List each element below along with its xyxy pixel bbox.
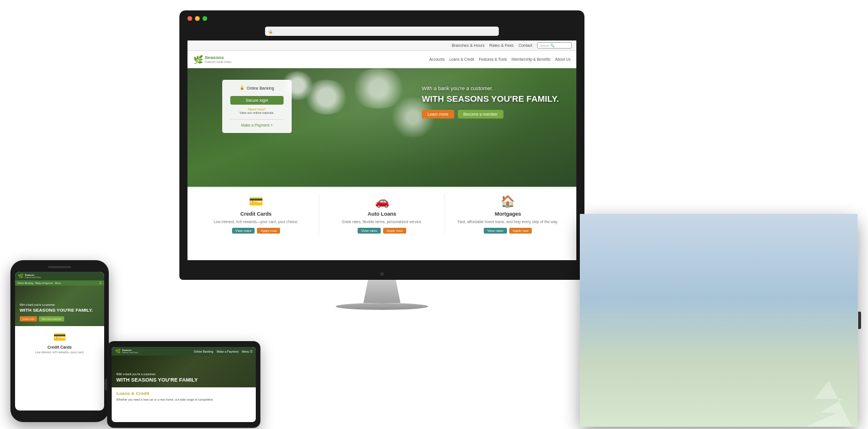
lock-icon: 🔒 <box>240 86 245 90</box>
phone-products: 💳 Credit Cards Low interest, rich reward… <box>15 326 104 358</box>
ts-make-payment-link[interactable]: Make a Payment <box>217 350 239 353</box>
phone-cta-buttons: Learn more Become a member <box>20 316 93 321</box>
logo: 🌿 Seasons Federal Credit Union <box>193 55 231 64</box>
auto-loans-apply[interactable]: Apply now <box>383 228 406 234</box>
credit-cards-apply[interactable]: Apply now <box>257 228 280 234</box>
phone-subnav: Online Banking Make a Payment Menu ☰ <box>15 280 104 286</box>
search-bar[interactable]: Search 🔍 <box>537 42 572 49</box>
phone-tagline-small: With a bank you're a customer. <box>20 304 93 306</box>
phone-nav: 🌿 Seasons Federal Credit Union <box>15 272 104 280</box>
phone-screen: 🌿 Seasons Federal Credit Union Online Ba… <box>15 272 104 410</box>
credit-cards-view-rates[interactable]: View rates <box>232 228 255 234</box>
hero-section: 🔒 Online Banking Secure login Need help?… <box>187 68 576 187</box>
tablet-large-frame: Seasons is here for you through every se… <box>580 214 858 427</box>
nav-accounts[interactable]: Accounts <box>429 57 445 61</box>
tablet-small-nav-links: Online Banking Make a Payment Menu ☰ <box>194 350 252 353</box>
mortgages-name: Mortgages <box>451 211 565 217</box>
credit-cards-desc: Low interest, rich rewards—your card, yo… <box>199 219 313 224</box>
mortgages-buttons: View rates Apply now <box>451 228 565 234</box>
tablet-small-logo: 🌿 Seasons Federal Credit Union <box>115 349 138 354</box>
phone-online-banking-link[interactable]: Online Banking <box>17 282 33 284</box>
search-label: Search <box>540 44 549 47</box>
tablet-small-content: Loans & Credit Whether you need a new ca… <box>112 387 256 405</box>
credit-card-icon: 💳 <box>199 194 313 208</box>
auto-loans-desc: Great rates, flexible terms, personalize… <box>325 219 439 224</box>
hamburger-icon[interactable]: ☰ <box>100 282 102 284</box>
tablet-large-screen: Seasons is here for you through every se… <box>586 222 852 419</box>
phone-hero-content: With a bank you're a customer. WITH SEAS… <box>20 304 93 321</box>
ts-section-title: Loans & Credit <box>116 391 251 396</box>
desktop-screen: Branches & Hours Rates & Fees Contact Se… <box>187 40 576 260</box>
auto-loans-view-rates[interactable]: View rates <box>358 228 381 234</box>
hero-cta-buttons: Learn more Become a member <box>422 110 559 119</box>
tablet-small-screen: 🌿 Seasons Federal Credit Union Online Ba… <box>112 347 256 422</box>
rates-link[interactable]: Rates & Fees <box>489 43 513 47</box>
monitor-stand <box>359 280 405 303</box>
logo-brand-sub: Federal Credit Union <box>205 60 231 64</box>
monitor-frame: 🔒 Branches & Hours Rates & Fees Contact … <box>179 10 584 268</box>
product-card-auto-loans: 🚗 Auto Loans Great rates, flexible terms… <box>319 194 446 234</box>
search-icon: 🔍 <box>550 43 554 47</box>
tablet-large: Seasons is here for you through every se… <box>580 214 858 427</box>
secure-login-button[interactable]: Secure login <box>230 96 284 105</box>
scene: 🔒 Branches & Hours Rates & Fees Contact … <box>0 0 868 429</box>
mortgages-view-rates[interactable]: View rates <box>484 228 507 234</box>
view-tutorials-link[interactable]: View our online tutorials. <box>230 111 284 114</box>
make-payment-link[interactable]: Make a Payment + <box>230 119 284 127</box>
mortgages-apply[interactable]: Apply now <box>509 228 532 234</box>
phone-credit-cards-desc: Low interest, rich rewards—your card, <box>20 350 100 354</box>
tablet-large-home-button[interactable] <box>858 312 861 329</box>
smartphone: 🌿 Seasons Federal Credit Union Online Ba… <box>10 260 109 422</box>
monitor-base <box>336 303 428 310</box>
ts-section-desc: Whether you need a new car or a new home… <box>116 398 251 402</box>
nav-features[interactable]: Features & Tools <box>479 57 507 61</box>
phone-tagline-big: WITH SEASONS YOU'RE FAMILY. <box>20 308 93 313</box>
logo-tree-icon: 🌿 <box>193 55 203 64</box>
credit-cards-buttons: View rates Apply now <box>199 228 313 234</box>
login-box-title: 🔒 Online Banking <box>230 86 284 90</box>
tablet-small: 🌿 Seasons Federal Credit Union Online Ba… <box>107 341 260 428</box>
branches-link[interactable]: Branches & Hours <box>452 43 485 47</box>
auto-loans-buttons: View rates Apply now <box>325 228 439 234</box>
close-icon[interactable] <box>187 16 192 21</box>
become-member-button[interactable]: Become a member <box>458 110 503 119</box>
nav-loans[interactable]: Loans & Credit <box>449 57 474 61</box>
main-nav: Accounts Loans & Credit Features & Tools… <box>429 57 571 61</box>
nav-membership[interactable]: Membership & Benefits <box>512 57 550 61</box>
phone-learn-more-button[interactable]: Learn more <box>20 316 37 321</box>
minimize-icon[interactable] <box>195 16 200 21</box>
hero-tagline-small: With a bank you're a customer. <box>422 86 559 91</box>
ts-online-banking-link[interactable]: Online Banking <box>194 350 214 353</box>
phone-brand-sub: Federal Credit Union <box>25 276 41 279</box>
online-banking-login-box: 🔒 Online Banking Secure login Need help?… <box>222 80 292 133</box>
product-cards: 💳 Credit Cards Low interest, rich reward… <box>187 187 576 253</box>
ts-tagline-big: WITH SEASONS YOU'RE FAMILY <box>116 377 198 383</box>
product-card-credit-cards: 💳 Credit Cards Low interest, rich reward… <box>193 194 319 234</box>
contact-link[interactable]: Contact <box>518 43 532 47</box>
phone-make-payment-link[interactable]: Make a Payment <box>35 282 53 284</box>
credit-cards-name: Credit Cards <box>199 211 313 217</box>
ts-hero-content: With a bank you're a customer. WITH SEAS… <box>116 372 198 383</box>
ts-logo-tree-icon: 🌿 <box>115 349 121 354</box>
phone-menu-link[interactable]: Menu <box>55 282 61 284</box>
product-card-mortgages: 🏠 Mortgages Fast, affordable home loans,… <box>445 194 571 234</box>
tablet-small-power-button <box>105 379 107 390</box>
auto-loan-icon: 🚗 <box>325 194 439 208</box>
url-bar[interactable]: 🔒 <box>265 27 498 36</box>
phone-hero-text: With a bank you're a customer. WITH SEAS… <box>20 304 93 313</box>
tablet-small-frame: 🌿 Seasons Federal Credit Union Online Ba… <box>107 341 260 428</box>
ts-tagline-small: With a bank you're a customer. <box>116 372 198 376</box>
ts-menu-link[interactable]: Menu ☰ <box>242 350 252 353</box>
logo-brand-name: Seasons <box>205 55 231 61</box>
phone-logo-tree-icon: 🌿 <box>18 273 24 279</box>
flower-decoration-2 <box>303 80 350 114</box>
desktop-monitor: 🔒 Branches & Hours Rates & Fees Contact … <box>179 10 584 310</box>
auto-loans-name: Auto Loans <box>325 211 439 217</box>
nav-about[interactable]: About Us <box>555 57 571 61</box>
mortgages-desc: Fast, affordable home loans, and help ev… <box>451 219 565 224</box>
learn-more-button[interactable]: Learn more <box>422 110 454 119</box>
fullscreen-icon[interactable] <box>203 16 207 21</box>
phone-become-member-button[interactable]: Become a member <box>39 316 64 321</box>
ts-hero-text: With a bank you're a customer. WITH SEAS… <box>116 372 198 383</box>
phone-credit-cards-name: Credit Cards <box>20 345 100 349</box>
